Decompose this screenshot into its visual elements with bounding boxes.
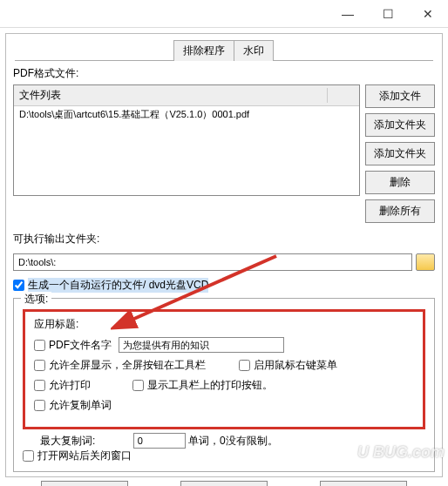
copy-line: 允许复制单词: [34, 398, 414, 413]
rightclick-checkbox-label: 启用鼠标右键菜单: [254, 358, 337, 373]
showprintbtn-checkbox[interactable]: 显示工具栏上的打印按钮。: [132, 378, 273, 393]
fullscreen-line: 允许全屏显示，全屏按钮在工具栏 启用鼠标右键菜单: [34, 358, 414, 373]
bottom-buttons: 转换 打开输出目录 关闭: [13, 481, 435, 486]
add-folder-button-2[interactable]: 添加文件夹: [365, 142, 435, 165]
allowprint-checkbox-input[interactable]: [34, 380, 45, 391]
close-window-button[interactable]: ✕: [408, 1, 448, 27]
fullscreen-checkbox[interactable]: 允许全屏显示，全屏按钮在工具栏: [34, 358, 206, 373]
file-list-header-col: 文件列表: [19, 88, 328, 103]
file-list[interactable]: 文件列表 D:\tools\桌面\artcut6\15.基础工程（V25.1.0…: [13, 84, 360, 196]
convert-button[interactable]: 转换: [41, 481, 128, 486]
showprintbtn-checkbox-input[interactable]: [132, 380, 144, 391]
tab-watermark[interactable]: 水印: [234, 40, 274, 61]
pdfname-line: PDF文件名字: [34, 337, 414, 353]
app-title-label: 应用标题:: [34, 317, 414, 332]
minimize-button[interactable]: —: [328, 1, 368, 27]
maxcopy-input[interactable]: [133, 433, 186, 449]
allowprint-checkbox[interactable]: 允许打印: [34, 378, 91, 393]
autorun-checkbox[interactable]: 生成一个自动运行的文件/ dvd光盘VCD: [13, 278, 208, 293]
tab-spacer-right: [273, 40, 433, 61]
add-file-button[interactable]: 添加文件: [365, 84, 435, 108]
closeafter-checkbox-input[interactable]: [23, 450, 34, 462]
delete-button[interactable]: 删除: [365, 171, 435, 194]
tab-exclude[interactable]: 排除程序: [173, 40, 234, 61]
allowcopy-checkbox-input[interactable]: [34, 400, 45, 411]
maxcopy-label: 最大复制词:: [40, 435, 95, 447]
browse-folder-icon[interactable]: [416, 253, 435, 271]
pdfname-checkbox[interactable]: PDF文件名字: [34, 338, 112, 353]
autorun-checkbox-input[interactable]: [13, 280, 24, 291]
closeafter-checkbox-label: 打开网站后关闭窗口: [37, 449, 132, 463]
pdfname-checkbox-input[interactable]: [34, 340, 45, 351]
watermark-text: U BUG.com: [357, 443, 445, 462]
main-panel: 排除程序 水印 PDF格式文件: 文件列表 D:\tools\桌面\artcut…: [5, 33, 443, 477]
file-list-header: 文件列表: [14, 85, 359, 106]
allowprint-checkbox-label: 允许打印: [49, 378, 91, 393]
add-folder-button[interactable]: 添加文件夹: [365, 113, 435, 137]
fullscreen-checkbox-input[interactable]: [34, 360, 45, 371]
filelist-wrap: 文件列表 D:\tools\桌面\artcut6\15.基础工程（V25.1.0…: [13, 84, 435, 223]
tab-spacer-left: [14, 40, 174, 61]
fullscreen-checkbox-label: 允许全屏显示，全屏按钮在工具栏: [49, 358, 206, 373]
pdf-file-label: PDF格式文件:: [13, 66, 435, 81]
autorun-row: 生成一个自动运行的文件/ dvd光盘VCD: [13, 278, 435, 293]
close-button[interactable]: 关闭: [320, 481, 407, 486]
print-line: 允许打印 显示工具栏上的打印按钮。: [34, 378, 414, 393]
app-title-input[interactable]: [119, 337, 284, 353]
tabs: 排除程序 水印: [15, 39, 433, 61]
allowcopy-checkbox-label: 允许复制单词: [49, 398, 112, 413]
file-list-header-col2: [328, 88, 354, 103]
output-path-input[interactable]: D:\tools\:: [13, 253, 412, 271]
maxcopy-tail-label: 单词，0没有限制。: [188, 435, 278, 447]
file-list-body: D:\tools\桌面\artcut6\15.基础工程（V25.1.0）0001…: [14, 106, 359, 195]
file-list-row[interactable]: D:\tools\桌面\artcut6\15.基础工程（V25.1.0）0001…: [19, 108, 354, 121]
maximize-button[interactable]: ☐: [368, 1, 408, 27]
allowcopy-checkbox[interactable]: 允许复制单词: [34, 398, 112, 413]
options-legend: 选项:: [21, 292, 51, 307]
rightclick-checkbox-input[interactable]: [239, 360, 250, 371]
closeafter-checkbox[interactable]: 打开网站后关闭窗口: [23, 449, 132, 463]
showprintbtn-checkbox-label: 显示工具栏上的打印按钮。: [147, 378, 273, 393]
output-dir-label: 可执行输出文件夹:: [13, 232, 435, 246]
delete-all-button[interactable]: 删除所有: [365, 199, 435, 223]
highlighted-options-box: 应用标题: PDF文件名字 允许全屏显示，全屏按钮在工具栏 启用鼠标右键菜单 允…: [23, 309, 425, 429]
titlebar: — ☐ ✕: [0, 0, 448, 28]
output-row: D:\tools\:: [13, 253, 435, 271]
open-output-button[interactable]: 打开输出目录: [180, 481, 268, 486]
side-buttons: 添加文件 添加文件夹 添加文件夹 删除 删除所有: [365, 84, 435, 223]
autorun-checkbox-label: 生成一个自动运行的文件/ dvd光盘VCD: [28, 278, 208, 293]
pdfname-checkbox-label: PDF文件名字: [49, 338, 112, 353]
rightclick-checkbox[interactable]: 启用鼠标右键菜单: [239, 358, 337, 373]
